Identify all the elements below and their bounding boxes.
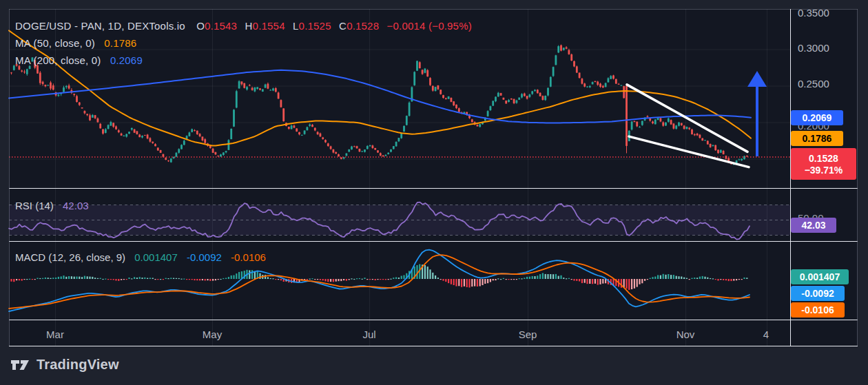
tradingview-logo-icon bbox=[10, 357, 31, 373]
macd-line-badge: -0.0092 bbox=[791, 286, 845, 301]
low-label: L bbox=[293, 20, 299, 32]
rsi-value: 42.03 bbox=[63, 200, 89, 211]
high-label: H bbox=[245, 20, 253, 32]
ma50-legend[interactable]: MA (50, close, 0) 0.1786 bbox=[15, 37, 136, 49]
tradingview-logo-text: TradingView bbox=[37, 357, 119, 373]
macd-label: MACD (12, 26, close, 9) bbox=[15, 251, 125, 263]
time-label-Sep: Sep bbox=[519, 329, 537, 340]
symbol-legend[interactable]: DOGE/USD - PAN, 1D, DEXTools.io O0.1543 … bbox=[15, 20, 477, 32]
macd-hist-badge: 0.001407 bbox=[791, 269, 849, 284]
last-price-badge: 0.1528 −39.71% bbox=[791, 148, 856, 180]
macd-legend[interactable]: MACD (12, 26, close, 9) 0.001407 -0.0092… bbox=[15, 251, 266, 263]
tradingview-logo[interactable]: TradingView bbox=[10, 357, 119, 373]
time-label-Nov: Nov bbox=[676, 329, 695, 340]
time-axis[interactable] bbox=[9, 320, 790, 346]
price-tick-0.3000: 0.3000 bbox=[798, 42, 829, 54]
ma50-value: 0.1786 bbox=[104, 37, 136, 49]
change-value: −0.0014 (−0.95%) bbox=[387, 20, 472, 32]
last-price-pct: −39.71% bbox=[805, 165, 843, 175]
time-label-Mar: Mar bbox=[46, 329, 64, 340]
rsi-badge: 42.03 bbox=[791, 218, 836, 233]
time-label-4: 4 bbox=[763, 329, 769, 340]
time-label-Jul: Jul bbox=[362, 329, 375, 340]
ma50-price-badge: 0.1786 bbox=[791, 131, 843, 146]
macd-signal-badge: -0.0106 bbox=[791, 302, 845, 318]
open-label: O bbox=[196, 20, 205, 32]
rsi-label: RSI (14) bbox=[15, 200, 54, 211]
ma200-value: 0.2069 bbox=[110, 54, 143, 66]
macd-signal-value: -0.0106 bbox=[231, 251, 266, 263]
ma200-label: MA (200, close, 0) bbox=[15, 54, 101, 66]
macd-line-value: -0.0092 bbox=[187, 251, 222, 263]
rsi-legend[interactable]: RSI (14) 42.03 bbox=[15, 200, 89, 211]
high-value: 0.1554 bbox=[253, 20, 285, 32]
price-tick-0.2500: 0.2500 bbox=[798, 78, 829, 90]
close-value: 0.1528 bbox=[347, 20, 379, 32]
open-value: 0.1543 bbox=[205, 20, 237, 32]
low-value: 0.1525 bbox=[299, 20, 331, 32]
ma50-label: MA (50, close, 0) bbox=[15, 37, 95, 49]
close-label: C bbox=[339, 20, 347, 32]
tradingview-chart-window: DOGE/USD - PAN, 1D, DEXTools.io O0.1543 … bbox=[0, 0, 868, 385]
last-price: 0.1528 bbox=[809, 154, 838, 163]
time-label-May: May bbox=[203, 329, 222, 340]
price-tick-0.3500: 0.3500 bbox=[798, 7, 829, 19]
ma200-price-badge: 0.2069 bbox=[791, 110, 843, 125]
symbol-title: DOGE/USD - PAN, 1D, DEXTools.io bbox=[15, 20, 185, 32]
macd-hist-value: 0.001407 bbox=[134, 251, 178, 263]
ma200-legend[interactable]: MA (200, close, 0) 0.2069 bbox=[15, 54, 143, 66]
